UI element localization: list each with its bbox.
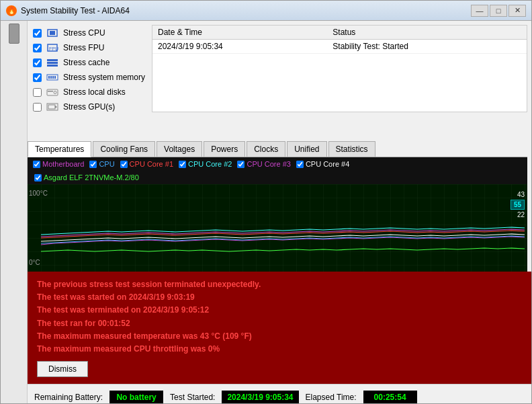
cpu-icon <box>46 28 59 38</box>
fpu-icon: FPU <box>46 42 59 53</box>
remaining-battery-label: Remaining Battery: <box>34 393 103 402</box>
dismiss-button[interactable]: Dismiss <box>37 361 88 377</box>
legend-check-motherboard[interactable] <box>33 161 40 168</box>
tab-cooling-fans[interactable]: Cooling Fans <box>93 141 155 157</box>
title-bar-left: 🔥 System Stability Test - AIDA64 <box>6 5 130 16</box>
legend-item-cpu-core-1[interactable]: CPU Core #1 <box>120 160 173 168</box>
stress-fpu-label: Stress FPU <box>63 43 104 52</box>
svg-rect-11 <box>54 76 56 79</box>
chart-legend: Motherboard CPU CPU Core #1 CPU Core #2 … <box>28 157 527 184</box>
error-panel: The previous stress test session termina… <box>28 272 531 384</box>
legend-label-cpu-core-3: CPU Core #3 <box>247 160 290 168</box>
close-window-button[interactable]: ✕ <box>508 5 526 17</box>
stress-cpu-label: Stress CPU <box>63 28 105 38</box>
stress-disks-label: Stress local disks <box>63 87 126 97</box>
checkbox-stress-fpu[interactable]: FPU Stress FPU <box>33 41 146 54</box>
svg-rect-5 <box>47 62 58 64</box>
svg-rect-9 <box>50 76 52 79</box>
legend-check-cpu[interactable] <box>89 161 97 168</box>
error-line: The maximum measured temperature was 43 … <box>37 330 522 343</box>
svg-rect-8 <box>48 76 50 79</box>
disk-icon <box>46 87 59 97</box>
remaining-battery-value: No battery <box>109 391 163 403</box>
legend-item-cpu-core-4[interactable]: CPU Core #4 <box>296 160 349 168</box>
sidebar-scroll[interactable] <box>1 21 28 403</box>
stress-cpu-checkbox[interactable] <box>33 29 42 38</box>
minimize-button[interactable]: — <box>471 5 488 17</box>
legend-item-cpu-core-3[interactable]: CPU Core #3 <box>237 160 290 168</box>
legend-label-cpu-core-4: CPU Core #4 <box>306 160 349 168</box>
svg-point-13 <box>54 91 56 94</box>
error-line: The test ran for 00:01:52 <box>37 317 522 330</box>
test-started-label: Test Started: <box>170 393 215 402</box>
legend-check-cpu-core-1[interactable] <box>120 161 128 168</box>
window-title: System Stability Test - AIDA64 <box>21 6 130 15</box>
tab-powers[interactable]: Powers <box>204 141 245 157</box>
left-panel: Stress CPU FPU Stress FPU <box>28 21 152 138</box>
checkbox-stress-disks[interactable]: Stress local disks <box>33 85 146 99</box>
svg-rect-1 <box>50 31 55 35</box>
col-datetime: Date & Time <box>152 26 327 40</box>
chart-right-values: 43 55 22 <box>511 191 525 218</box>
svg-text:FPU: FPU <box>49 46 58 51</box>
stress-gpu-checkbox[interactable] <box>33 103 42 112</box>
maximize-button[interactable]: □ <box>490 5 507 17</box>
value-22: 22 <box>517 211 525 218</box>
svg-rect-16 <box>48 105 55 109</box>
tab-bar: TemperaturesCooling FansVoltagesPowersCl… <box>28 141 527 157</box>
tabs-area: TemperaturesCooling FansVoltagesPowersCl… <box>28 138 531 272</box>
svg-rect-10 <box>52 76 54 79</box>
elapsed-time-value: 00:25:54 <box>363 391 417 403</box>
elapsed-time-label: Elapsed Time: <box>306 393 357 402</box>
right-panel: Date & Time Status 2024/3/19 9:05:34Stab… <box>152 21 531 138</box>
stress-cache-label: Stress cache <box>63 58 109 67</box>
legend-label-asgard: Asgard ELF 2TNVMe-M.2/80 <box>44 173 139 181</box>
legend-label-cpu-core-1: CPU Core #1 <box>130 160 173 168</box>
legend-item-asgard[interactable]: Asgard ELF 2TNVMe-M.2/80 <box>34 173 139 181</box>
legend-item-cpu-core-2[interactable]: CPU Core #2 <box>179 160 232 168</box>
checkbox-stress-memory[interactable]: Stress system memory <box>33 71 146 84</box>
stress-disks-checkbox[interactable] <box>33 88 42 97</box>
checkbox-stress-cpu[interactable]: Stress CPU <box>33 26 146 40</box>
stress-fpu-checkbox[interactable] <box>33 44 42 52</box>
log-status: Stability Test: Started <box>327 40 527 54</box>
top-section: Stress CPU FPU Stress FPU <box>28 21 531 138</box>
error-line: The test was terminated on 2024/3/19 9:0… <box>37 304 522 317</box>
main-window: 🔥 System Stability Test - AIDA64 — □ ✕ <box>0 0 532 404</box>
svg-rect-19 <box>28 184 527 272</box>
tab-clocks[interactable]: Clocks <box>247 141 285 157</box>
legend-item-cpu[interactable]: CPU <box>89 160 114 168</box>
title-bar: 🔥 System Stability Test - AIDA64 — □ ✕ <box>1 1 531 21</box>
legend-item-motherboard[interactable]: Motherboard <box>33 160 84 168</box>
tab-unified[interactable]: Unified <box>287 141 326 157</box>
log-row: 2024/3/19 9:05:34Stability Test: Started <box>152 40 527 54</box>
log-datetime: 2024/3/19 9:05:34 <box>152 40 327 54</box>
tab-voltages[interactable]: Voltages <box>157 141 202 157</box>
svg-rect-6 <box>47 65 58 67</box>
stress-memory-label: Stress system memory <box>63 73 145 82</box>
full-width-panel: Stress CPU FPU Stress FPU <box>28 21 531 403</box>
legend-check-cpu-core-2[interactable] <box>179 161 186 168</box>
legend-check-cpu-core-4[interactable] <box>296 161 304 168</box>
legend-check-asgard[interactable] <box>34 174 42 181</box>
error-line: The maximum measured CPU throttling was … <box>37 343 522 356</box>
scroll-thumb[interactable] <box>9 24 19 44</box>
error-line: The test was started on 2024/3/19 9:03:1… <box>37 291 522 304</box>
checkbox-stress-cache[interactable]: Stress cache <box>33 56 146 69</box>
legend-check-cpu-core-3[interactable] <box>237 161 245 168</box>
chart-svg <box>28 184 527 272</box>
error-line: The previous stress test session termina… <box>37 278 522 291</box>
legend-label-cpu-core-2: CPU Core #2 <box>188 160 232 168</box>
tab-temperatures[interactable]: Temperatures <box>28 141 91 157</box>
stress-cache-checkbox[interactable] <box>33 58 42 67</box>
svg-rect-4 <box>47 59 58 61</box>
checkbox-stress-gpu[interactable]: Stress GPU(s) <box>33 100 146 114</box>
tab-statistics[interactable]: Statistics <box>328 141 375 157</box>
app-icon: 🔥 <box>6 5 17 16</box>
cache-icon <box>46 57 59 68</box>
svg-point-17 <box>55 106 57 108</box>
stress-memory-checkbox[interactable] <box>33 73 42 82</box>
status-bar: Remaining Battery: No battery Test Start… <box>28 384 531 403</box>
legend-label-motherboard: Motherboard <box>42 160 84 168</box>
col-status: Status <box>327 26 527 40</box>
